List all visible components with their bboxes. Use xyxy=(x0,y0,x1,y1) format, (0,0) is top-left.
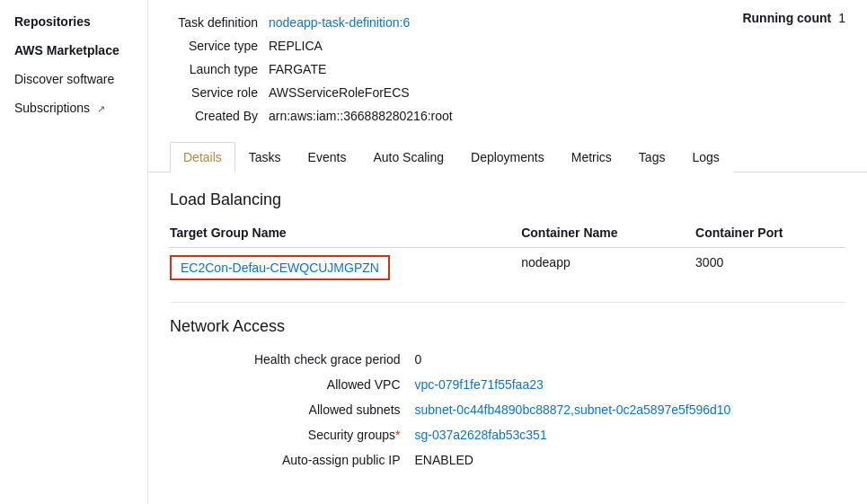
sidebar-item-aws-marketplace[interactable]: AWS Marketplace xyxy=(0,36,147,65)
sidebar-item-subscriptions[interactable]: Subscriptions ↗ xyxy=(0,93,147,122)
health-check-row: Health check grace period 0 xyxy=(170,347,845,372)
container-port-cell: 3000 xyxy=(685,248,845,288)
target-group-link[interactable]: EC2Con-Defau-CEWQCUJMGPZN xyxy=(170,255,390,280)
tab-details[interactable]: Details xyxy=(170,142,235,172)
col-container-name: Container Name xyxy=(510,220,685,248)
tab-auto-scaling[interactable]: Auto Scaling xyxy=(359,142,457,172)
task-definition-value[interactable]: nodeapp-task-definition:6 xyxy=(269,11,453,34)
container-name-cell: nodeapp xyxy=(510,248,685,288)
security-groups-label: Security groups xyxy=(170,422,415,447)
launch-type-row: Launch type FARGATE xyxy=(170,57,453,81)
health-check-label: Health check grace period xyxy=(170,347,415,372)
allowed-subnets-label: Allowed subnets xyxy=(170,397,415,422)
service-type-value: REPLICA xyxy=(269,34,453,57)
col-target-group-name: Target Group Name xyxy=(170,220,510,248)
allowed-vpc-row: Allowed VPC vpc-079f1fe71f55faa23 xyxy=(170,372,845,397)
tab-events[interactable]: Events xyxy=(295,142,360,172)
tab-metrics[interactable]: Metrics xyxy=(558,142,625,172)
created-by-row: Created By arn:aws:iam::366888280216:roo… xyxy=(170,104,453,128)
allowed-vpc-value[interactable]: vpc-079f1fe71f55faa23 xyxy=(415,372,845,397)
load-balancing-title: Load Balancing xyxy=(170,190,845,209)
target-group-cell: EC2Con-Defau-CEWQCUJMGPZN xyxy=(170,248,510,288)
content-area: Load Balancing Target Group Name Contain… xyxy=(148,172,867,491)
subscriptions-label: Subscriptions xyxy=(14,101,90,115)
tab-tags[interactable]: Tags xyxy=(625,142,679,172)
network-access-title: Network Access xyxy=(170,317,845,336)
auto-assign-ip-row: Auto-assign public IP ENABLED xyxy=(170,447,845,473)
sidebar-item-repositories[interactable]: Repositories xyxy=(0,7,147,36)
launch-type-value: FARGATE xyxy=(269,57,453,81)
auto-assign-ip-value: ENABLED xyxy=(415,447,845,473)
running-count-container: Running count 1 xyxy=(742,11,845,25)
created-by-value: arn:aws:iam::366888280216:root xyxy=(269,104,453,128)
service-role-value: AWSServiceRoleForECS xyxy=(269,81,453,104)
running-count-label: Running count xyxy=(742,11,831,25)
service-type-label: Service type xyxy=(170,34,269,57)
external-link-icon: ↗ xyxy=(97,103,105,114)
service-role-row: Service role AWSServiceRoleForECS xyxy=(170,81,453,104)
sidebar: Repositories AWS Marketplace Discover so… xyxy=(0,0,148,504)
auto-assign-ip-label: Auto-assign public IP xyxy=(170,447,415,473)
tab-deployments[interactable]: Deployments xyxy=(457,142,558,172)
task-definition-row: Task definition nodeapp-task-definition:… xyxy=(170,11,453,34)
load-balancing-table: Target Group Name Container Name Contain… xyxy=(170,220,845,287)
section-divider xyxy=(170,302,845,303)
launch-type-label: Launch type xyxy=(170,57,269,81)
running-count-value: 1 xyxy=(838,11,845,25)
service-info-section: Task definition nodeapp-task-definition:… xyxy=(148,0,867,128)
service-type-row: Service type REPLICA xyxy=(170,34,453,57)
table-row: EC2Con-Defau-CEWQCUJMGPZN nodeapp 3000 xyxy=(170,248,845,288)
tabs-container: Details Tasks Events Auto Scaling Deploy… xyxy=(148,142,867,172)
tab-tasks[interactable]: Tasks xyxy=(235,142,295,172)
tab-logs[interactable]: Logs xyxy=(678,142,732,172)
created-by-label: Created By xyxy=(170,104,269,128)
service-role-label: Service role xyxy=(170,81,269,104)
allowed-vpc-label: Allowed VPC xyxy=(170,372,415,397)
allowed-subnets-row: Allowed subnets subnet-0c44fb4890bc88872… xyxy=(170,397,845,422)
security-groups-value[interactable]: sg-037a2628fab53c351 xyxy=(415,422,845,447)
main-content: Task definition nodeapp-task-definition:… xyxy=(148,0,867,504)
sidebar-item-discover-software[interactable]: Discover software xyxy=(0,65,147,93)
security-groups-row: Security groups sg-037a2628fab53c351 xyxy=(170,422,845,447)
network-access-table: Health check grace period 0 Allowed VPC … xyxy=(170,347,845,473)
health-check-value: 0 xyxy=(415,347,845,372)
task-definition-label: Task definition xyxy=(170,11,269,34)
service-info-table: Task definition nodeapp-task-definition:… xyxy=(170,11,453,128)
allowed-subnets-value[interactable]: subnet-0c44fb4890bc88872,subnet-0c2a5897… xyxy=(415,397,845,422)
col-container-port: Container Port xyxy=(685,220,845,248)
